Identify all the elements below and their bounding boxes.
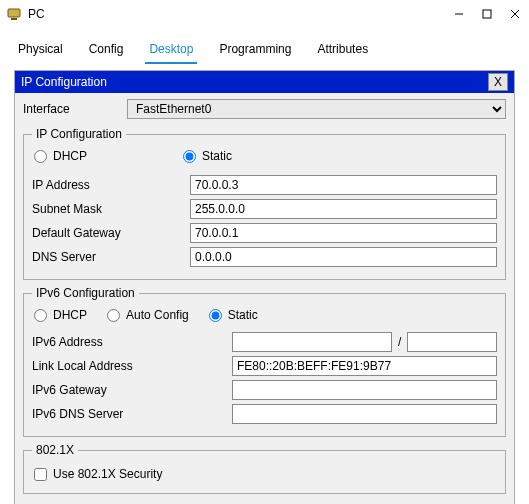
ipv6-gateway-input[interactable] xyxy=(232,380,497,400)
ipv6-fieldset: IPv6 Configuration DHCP Auto Config Stat… xyxy=(23,286,506,437)
dns-server-label: DNS Server xyxy=(32,250,190,264)
ipv4-static-label: Static xyxy=(202,149,232,163)
use-8021x-checkbox[interactable] xyxy=(34,468,47,481)
ipv6-address-label: IPv6 Address xyxy=(32,335,232,349)
ip-address-label: IP Address xyxy=(32,178,190,192)
interface-select[interactable]: FastEthernet0 xyxy=(127,99,506,119)
ipv6-auto-label: Auto Config xyxy=(126,308,189,322)
ipv6-dhcp-label: DHCP xyxy=(53,308,87,322)
ipv4-legend: IP Configuration xyxy=(32,127,126,141)
ip-config-panel: IP Configuration X Interface FastEtherne… xyxy=(14,70,515,504)
ipv6-prefix-slash: / xyxy=(392,335,407,349)
ipv6-auto-radio[interactable] xyxy=(107,309,120,322)
ipv6-address-input[interactable] xyxy=(232,332,392,352)
tab-desktop[interactable]: Desktop xyxy=(145,38,197,64)
close-window-button[interactable] xyxy=(501,2,529,26)
svg-rect-0 xyxy=(8,9,20,17)
ipv6-dhcp-radio[interactable] xyxy=(34,309,47,322)
tab-physical[interactable]: Physical xyxy=(14,38,67,64)
panel-close-button[interactable]: X xyxy=(488,73,508,91)
subnet-mask-input[interactable] xyxy=(190,199,497,219)
ipv4-dhcp-label: DHCP xyxy=(53,149,87,163)
dot1x-legend: 802.1X xyxy=(32,443,78,457)
minimize-button[interactable] xyxy=(445,2,473,26)
ipv6-legend: IPv6 Configuration xyxy=(32,286,139,300)
ipv4-static-option[interactable]: Static xyxy=(183,149,232,163)
link-local-label: Link Local Address xyxy=(32,359,232,373)
svg-rect-3 xyxy=(483,10,491,18)
panel-titlebar: IP Configuration X xyxy=(15,71,514,93)
app-icon xyxy=(6,6,22,22)
link-local-input[interactable] xyxy=(232,356,497,376)
ipv4-fieldset: IP Configuration DHCP Static IP Address … xyxy=(23,127,506,280)
tab-bar: Physical Config Desktop Programming Attr… xyxy=(0,28,529,64)
svg-rect-1 xyxy=(11,18,17,20)
maximize-button[interactable] xyxy=(473,2,501,26)
window-titlebar: PC xyxy=(0,0,529,28)
ip-address-input[interactable] xyxy=(190,175,497,195)
ipv4-dhcp-option[interactable]: DHCP xyxy=(34,149,87,163)
default-gateway-input[interactable] xyxy=(190,223,497,243)
ipv6-auto-option[interactable]: Auto Config xyxy=(107,308,189,322)
ipv6-static-radio[interactable] xyxy=(209,309,222,322)
subnet-mask-label: Subnet Mask xyxy=(32,202,190,216)
panel-title: IP Configuration xyxy=(21,75,488,89)
ipv4-mode-row: DHCP Static xyxy=(32,147,497,171)
ipv6-dns-label: IPv6 DNS Server xyxy=(32,407,232,421)
dns-server-input[interactable] xyxy=(190,247,497,267)
ipv4-dhcp-radio[interactable] xyxy=(34,150,47,163)
ipv4-static-radio[interactable] xyxy=(183,150,196,163)
tab-config[interactable]: Config xyxy=(85,38,128,64)
ipv6-dhcp-option[interactable]: DHCP xyxy=(34,308,87,322)
dot1x-fieldset: 802.1X Use 802.1X Security xyxy=(23,443,506,494)
ipv6-static-option[interactable]: Static xyxy=(209,308,258,322)
ipv6-static-label: Static xyxy=(228,308,258,322)
use-8021x-label: Use 802.1X Security xyxy=(53,467,162,481)
interface-label: Interface xyxy=(23,102,119,116)
default-gateway-label: Default Gateway xyxy=(32,226,190,240)
window-title: PC xyxy=(28,7,445,21)
interface-row: Interface FastEthernet0 xyxy=(15,93,514,123)
ipv6-mode-row: DHCP Auto Config Static xyxy=(32,306,497,330)
ipv6-dns-input[interactable] xyxy=(232,404,497,424)
ipv6-prefix-input[interactable] xyxy=(407,332,497,352)
tab-attributes[interactable]: Attributes xyxy=(313,38,372,64)
ipv6-gateway-label: IPv6 Gateway xyxy=(32,383,232,397)
tab-programming[interactable]: Programming xyxy=(215,38,295,64)
